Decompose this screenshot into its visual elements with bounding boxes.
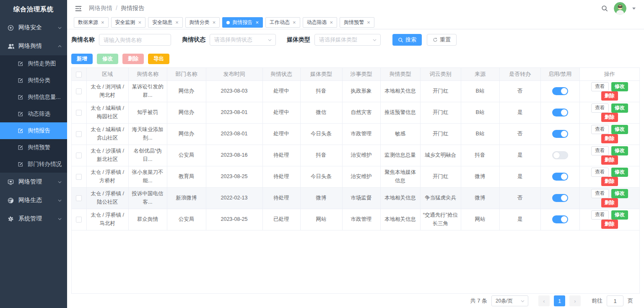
sidebar-item-network-management[interactable]: 网络管理 xyxy=(0,173,67,191)
close-icon[interactable]: × xyxy=(293,20,296,25)
edit-row-button[interactable]: 修改 xyxy=(611,104,628,113)
tab-data-source[interactable]: 数据来源× xyxy=(74,17,109,28)
breadcrumb-parent[interactable]: 网络舆情 xyxy=(89,5,112,11)
column-header: 舆情类型 xyxy=(380,68,420,80)
collapse-sidebar-icon[interactable] xyxy=(75,5,82,12)
cell-media: 今日头条 xyxy=(300,123,342,145)
tab-work-dynamic[interactable]: 工作动态× xyxy=(265,17,300,28)
search-button[interactable]: 搜索 xyxy=(392,34,422,46)
cell-wordcloud: 城乡文明融合 xyxy=(420,145,461,166)
row-checkbox[interactable] xyxy=(76,131,82,137)
prev-page-button[interactable]: ‹ xyxy=(538,295,550,306)
close-icon[interactable]: × xyxy=(138,20,142,25)
search-icon[interactable] xyxy=(601,5,608,12)
enable-toggle[interactable] xyxy=(552,194,568,202)
row-checkbox[interactable] xyxy=(76,88,82,94)
cell-department: 网信办 xyxy=(167,102,206,123)
edit-row-button[interactable]: 修改 xyxy=(611,146,628,155)
sidebar-item-network-opinion[interactable]: 网络舆情 xyxy=(0,37,67,55)
cell-incident-type: 执政形象 xyxy=(342,80,380,102)
enable-toggle[interactable] xyxy=(552,109,568,116)
view-row-button[interactable]: 查看 xyxy=(591,189,609,198)
delete-row-button[interactable]: 删除 xyxy=(601,91,618,101)
sidebar-item-department-transfer[interactable]: 部门转办情况 xyxy=(0,156,67,173)
view-row-button[interactable]: 查看 xyxy=(591,104,609,113)
close-icon[interactable]: × xyxy=(213,20,216,25)
cell-transferred: 否 xyxy=(499,80,540,102)
sidebar-item-opinion-report[interactable]: 舆情报告 xyxy=(0,122,67,139)
reset-button[interactable]: 重置 xyxy=(427,34,457,46)
tab-dynamic-filter[interactable]: 动态筛选× xyxy=(303,17,338,28)
delete-row-button[interactable]: 删除 xyxy=(601,113,618,122)
sidebar-item-network-ecology[interactable]: 网络生态 xyxy=(0,191,67,210)
enable-toggle[interactable] xyxy=(552,173,568,181)
cell-status: 已处理 xyxy=(262,209,300,230)
export-button[interactable]: 导出 xyxy=(148,54,169,64)
media-filter-select[interactable]: 请选择媒体类型 xyxy=(314,34,381,46)
edit-row-button[interactable]: 修改 xyxy=(611,189,628,198)
sidebar-item-opinion-category[interactable]: 舆情分类 xyxy=(0,72,67,89)
row-select-cell xyxy=(72,80,86,102)
close-icon[interactable]: × xyxy=(175,20,179,25)
edit-row-button[interactable]: 修改 xyxy=(611,82,628,91)
row-checkbox[interactable] xyxy=(76,153,82,158)
sidebar-item-opinion-trend[interactable]: 舆情走势图 xyxy=(0,55,67,72)
enable-toggle[interactable] xyxy=(552,151,568,159)
tab-opinion-category[interactable]: 舆情分类× xyxy=(185,17,220,28)
view-row-button[interactable]: 查看 xyxy=(591,125,609,134)
enable-toggle[interactable] xyxy=(552,215,568,223)
view-row-button[interactable]: 查看 xyxy=(591,210,609,220)
edit-row-button[interactable]: 修改 xyxy=(611,168,628,177)
current-page-button[interactable]: 1 xyxy=(554,295,565,306)
cell-transferred: 是 xyxy=(499,166,540,187)
view-row-button[interactable]: 查看 xyxy=(591,168,609,177)
row-checkbox[interactable] xyxy=(76,110,82,116)
upload-circle-icon xyxy=(8,24,15,31)
cell-opinion-type: 聚焦本地媒体信息 xyxy=(380,166,420,187)
sidebar-item-opinion-warning[interactable]: 舆情预警 xyxy=(0,139,67,156)
cell-source: B站 xyxy=(461,102,499,123)
edit-button[interactable]: 修改 xyxy=(97,54,118,64)
view-row-button[interactable]: 查看 xyxy=(591,82,609,91)
delete-row-button[interactable]: 删除 xyxy=(601,177,618,186)
enable-toggle[interactable] xyxy=(552,87,568,95)
table-body: 太仓 / 浏河镇 / 闸北村某诉讼引发的群...网信办2023-08-03处理中… xyxy=(72,80,639,230)
avatar[interactable] xyxy=(614,2,626,15)
edit-row-button[interactable]: 修改 xyxy=(611,210,628,220)
next-page-button[interactable]: › xyxy=(569,295,581,306)
chevron-down-icon xyxy=(57,26,62,30)
name-filter-input[interactable] xyxy=(99,34,171,46)
tab-security-risk[interactable]: 安全隐患× xyxy=(148,17,183,28)
close-icon[interactable]: × xyxy=(367,20,370,25)
delete-row-button[interactable]: 删除 xyxy=(601,220,618,229)
delete-row-button[interactable]: 删除 xyxy=(601,198,618,207)
cell-wordcloud: 开门红 xyxy=(420,123,461,145)
close-icon[interactable]: × xyxy=(255,20,259,25)
close-icon[interactable]: × xyxy=(101,20,104,25)
tab-security-monitor[interactable]: 安全监测× xyxy=(111,17,146,28)
goto-page-input[interactable] xyxy=(607,295,623,306)
tab-opinion-warning[interactable]: 舆情预警× xyxy=(340,17,374,28)
chevron-down-icon[interactable] xyxy=(632,8,636,10)
enable-toggle[interactable] xyxy=(552,130,568,138)
topbar: 网络舆情/舆情报告 xyxy=(67,0,644,17)
row-checkbox[interactable] xyxy=(76,195,82,201)
edit-icon xyxy=(18,78,24,83)
status-filter-select[interactable]: 请选择舆情状态 xyxy=(210,34,276,46)
page-size-select[interactable]: 20条/页 xyxy=(491,295,528,306)
sidebar-item-dynamic-filter[interactable]: 动态筛选 xyxy=(0,106,67,122)
edit-row-button[interactable]: 修改 xyxy=(611,125,628,134)
select-all-checkbox[interactable] xyxy=(76,72,82,78)
close-icon[interactable]: × xyxy=(330,20,333,25)
delete-button[interactable]: 删除 xyxy=(122,54,144,64)
row-checkbox[interactable] xyxy=(76,174,82,180)
delete-row-button[interactable]: 删除 xyxy=(601,155,618,165)
view-row-button[interactable]: 查看 xyxy=(591,146,609,155)
tab-opinion-report[interactable]: 舆情报告× xyxy=(222,17,263,28)
row-checkbox[interactable] xyxy=(76,217,82,223)
delete-row-button[interactable]: 删除 xyxy=(601,134,618,143)
add-button[interactable]: 新增 xyxy=(71,54,93,64)
sidebar-item-network-security[interactable]: 网络安全 xyxy=(0,18,67,37)
sidebar-item-opinion-info-volume[interactable]: 舆情信息量... xyxy=(0,89,67,106)
sidebar-item-system-management[interactable]: 系统管理 xyxy=(0,210,67,228)
